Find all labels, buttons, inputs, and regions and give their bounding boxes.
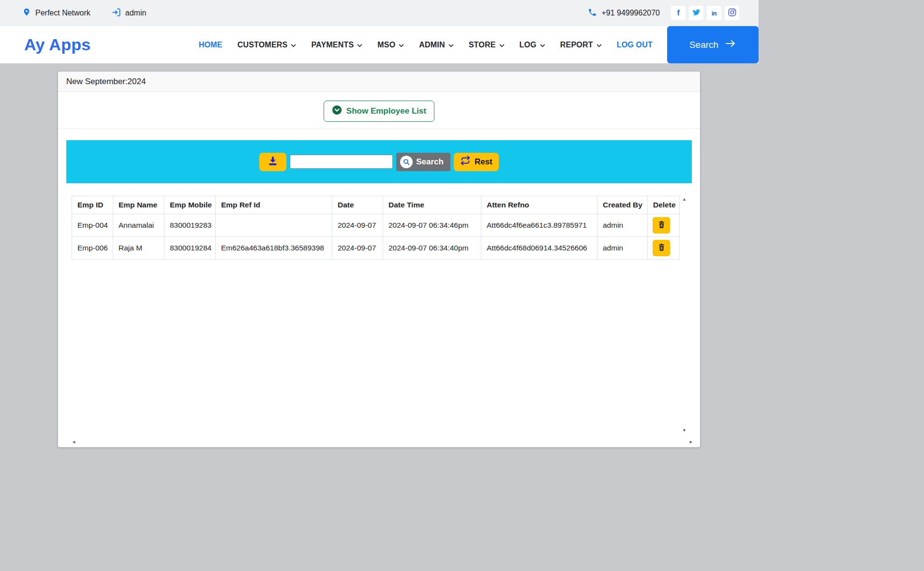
toolbar-search-label: Search (416, 157, 444, 167)
logged-in-user[interactable]: admin (112, 8, 147, 19)
table-row: Emp-006 Raja M 8300019284 Em626a463a618b… (72, 237, 680, 260)
search-toolbar: Search Rest (66, 140, 692, 183)
chevron-down-icon (291, 41, 296, 49)
reset-button[interactable]: Rest (454, 153, 499, 171)
nav-label: ADMIN (419, 41, 445, 49)
app-region: Perfect Network admin +91 9499962070 f (0, 0, 759, 447)
network-name: Perfect Network (22, 8, 90, 18)
col-header-date: Date (332, 196, 383, 214)
table-row: Emp-004 Annamalai 8300019283 2024-09-07 … (72, 214, 680, 237)
show-employee-list-label: Show Employee List (346, 106, 426, 116)
cell-date: 2024-09-07 (332, 214, 383, 237)
twitter-icon (692, 8, 701, 19)
col-header-emp-mobile: Emp Mobile (164, 196, 216, 214)
scroll-down-arrow[interactable]: ▼ (682, 428, 686, 433)
attendance-card: New September:2024 Show Employee List (58, 72, 700, 447)
cell-emp-name: Raja M (113, 237, 164, 260)
nav-label: LOG (520, 41, 537, 49)
main-nav: HOME CUSTOMERS PAYMENTS MSO ADMIN STORE … (199, 41, 653, 49)
cell-emp-id: Emp-006 (72, 237, 113, 260)
cell-emp-mobile: 8300019284 (164, 237, 216, 260)
employee-list-section: Show Employee List (58, 92, 700, 129)
col-header-emp-name: Emp Name (113, 196, 164, 214)
magnifier-icon (400, 156, 413, 168)
chevron-down-icon (448, 41, 454, 49)
download-button[interactable] (259, 153, 286, 171)
location-pin-icon (22, 8, 31, 18)
nav-item-logout[interactable]: LOG OUT (617, 41, 653, 49)
topbar-left: Perfect Network admin (22, 8, 146, 19)
nav-item-report[interactable]: REPORT (560, 41, 602, 49)
repeat-icon (460, 155, 471, 168)
chevron-down-icon (357, 41, 362, 49)
nav-label: HOME (199, 41, 223, 49)
header-search-button[interactable]: Search (667, 26, 759, 63)
login-arrow-icon (112, 8, 121, 19)
header: Ay Apps HOME CUSTOMERS PAYMENTS MSO ADMI… (0, 26, 759, 63)
cell-emp-mobile: 8300019283 (164, 214, 216, 237)
instagram-link[interactable] (725, 6, 739, 20)
nav-item-payments[interactable]: PAYMENTS (311, 41, 362, 49)
topbar: Perfect Network admin +91 9499962070 f (0, 0, 759, 26)
download-icon (268, 156, 278, 168)
nav-label: MSO (377, 41, 395, 49)
cell-delete (648, 237, 680, 260)
nav-label: CUSTOMERS (238, 41, 288, 49)
phone-icon (588, 8, 597, 19)
chevron-down-icon (399, 41, 404, 49)
twitter-link[interactable] (689, 6, 703, 20)
scroll-up-arrow[interactable]: ▲ (682, 197, 686, 202)
scroll-right-arrow[interactable]: ► (689, 440, 693, 444)
nav-label: LOG OUT (617, 41, 653, 49)
page-title: New September:2024 (58, 72, 700, 92)
cell-date-time: 2024-09-07 06:34:46pm (383, 214, 481, 237)
attendance-search-input[interactable] (290, 155, 393, 169)
nav-label: REPORT (560, 41, 593, 49)
col-header-emp-ref-id: Emp Ref Id (216, 196, 332, 214)
vertical-scrollbar[interactable]: ▲ ▼ (681, 196, 687, 434)
cell-atten-refno: Att66dc4f68d06914.34526606 (481, 237, 597, 260)
col-header-date-time: Date Time (383, 196, 481, 214)
nav-item-store[interactable]: STORE (469, 41, 505, 49)
scroll-left-arrow[interactable]: ◄ (72, 440, 76, 444)
chevron-down-icon (499, 41, 505, 49)
horizontal-scrollbar[interactable]: ◄ ► (72, 439, 693, 445)
table-header-row: Emp ID Emp Name Emp Mobile Emp Ref Id Da… (72, 196, 680, 214)
nav-item-customers[interactable]: CUSTOMERS (238, 41, 297, 49)
nav-item-home[interactable]: HOME (199, 41, 223, 49)
cell-created-by: admin (597, 214, 648, 237)
show-employee-list-button[interactable]: Show Employee List (324, 101, 434, 122)
cell-date: 2024-09-07 (332, 237, 383, 260)
logged-in-user-label: admin (125, 9, 147, 17)
phone-number-label: +91 9499962070 (601, 9, 660, 17)
facebook-link[interactable]: f (671, 6, 686, 20)
cell-created-by: admin (597, 237, 648, 260)
trash-icon (658, 220, 665, 230)
col-header-delete: Delete (648, 196, 680, 214)
reset-label: Rest (475, 157, 492, 167)
facebook-icon: f (677, 8, 680, 18)
linkedin-link[interactable]: in (707, 6, 721, 20)
cell-date-time: 2024-09-07 06:34:40pm (383, 237, 481, 260)
toolbar-search-button[interactable]: Search (396, 153, 450, 171)
trash-icon (658, 243, 665, 253)
network-name-label: Perfect Network (35, 9, 90, 17)
nav-item-log[interactable]: LOG (520, 41, 545, 49)
cell-emp-ref-id: Em626a463a618bf3.36589398 (216, 237, 332, 260)
nav-item-mso[interactable]: MSO (377, 41, 404, 49)
nav-label: PAYMENTS (311, 41, 354, 49)
brand-logo[interactable]: Ay Apps (24, 35, 91, 54)
delete-row-button[interactable] (653, 217, 670, 234)
phone-number: +91 9499962070 (588, 8, 660, 19)
delete-row-button[interactable] (653, 240, 670, 256)
col-header-created-by: Created By (597, 196, 648, 214)
attendance-table-region: Emp ID Emp Name Emp Mobile Emp Ref Id Da… (72, 196, 693, 434)
chevron-down-icon (596, 41, 602, 49)
nav-item-admin[interactable]: ADMIN (419, 41, 453, 49)
col-header-emp-id: Emp ID (72, 196, 113, 214)
cell-atten-refno: Att66dc4f6ea661c3.89785971 (481, 214, 597, 237)
header-search-label: Search (689, 40, 718, 50)
col-header-atten-refno: Atten Refno (481, 196, 597, 214)
arrow-right-icon (725, 39, 736, 50)
cell-emp-id: Emp-004 (72, 214, 113, 237)
